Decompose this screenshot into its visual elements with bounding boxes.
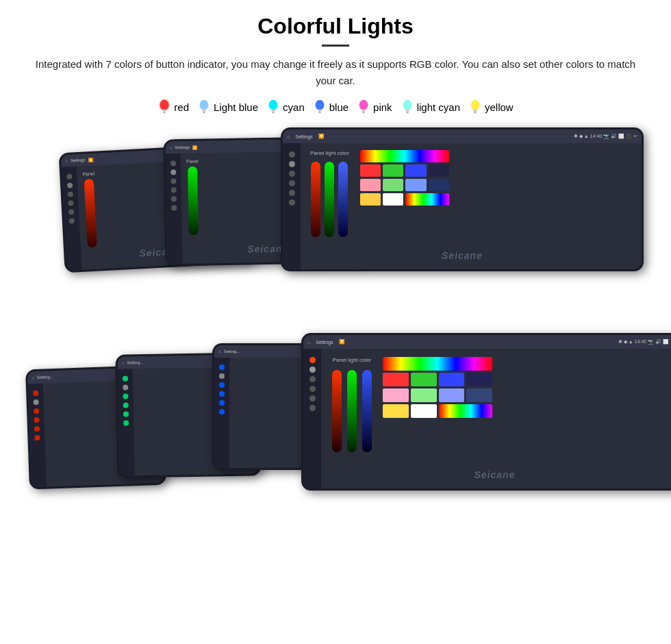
device-b4: ⌂ Settings 🔽 ✱ ◆ ▲ 14:40 📷 🔊 ⬜ ⬛ ↩: [301, 333, 671, 491]
svg-point-12: [359, 100, 368, 110]
lightcyan-bulb-icon: [401, 99, 414, 115]
cyan-bulb-icon: [266, 99, 280, 115]
yellow-bulb-icon: [468, 99, 482, 115]
svg-rect-7: [271, 110, 275, 112]
color-item-blue: blue: [313, 99, 349, 115]
svg-rect-1: [163, 110, 167, 112]
svg-rect-11: [318, 112, 321, 113]
color-label-blue: blue: [329, 101, 349, 113]
color-label-lightblue: Light blue: [214, 101, 258, 113]
color-item-lightcyan: light cyan: [401, 99, 460, 115]
top-devices-row: ⌂ Settings 🔽: [27, 127, 644, 326]
color-item-pink: pink: [357, 99, 392, 115]
svg-rect-14: [362, 112, 365, 113]
color-item-red: red: [157, 99, 189, 115]
svg-rect-8: [272, 112, 275, 113]
svg-rect-2: [163, 112, 166, 113]
svg-point-3: [200, 100, 209, 110]
title-divider: [322, 45, 349, 47]
color-label-pink: pink: [373, 101, 392, 113]
color-label-red: red: [174, 101, 189, 113]
svg-point-18: [471, 100, 480, 110]
svg-rect-4: [202, 110, 206, 112]
page-title: Colorful Lights: [27, 14, 644, 39]
bottom-devices-row: ⌂ Setting...: [27, 333, 644, 542]
pink-bulb-icon: [357, 99, 370, 115]
color-label-cyan: cyan: [283, 101, 305, 113]
color-item-yellow: yellow: [468, 99, 514, 115]
svg-rect-5: [203, 112, 205, 113]
red-bulb-icon: [157, 99, 171, 115]
blue-bulb-icon: [313, 99, 327, 115]
page-subtitle: Integrated with 7 colors of button indic…: [27, 56, 644, 89]
svg-rect-19: [473, 110, 477, 112]
watermark-b4: Seicane: [474, 469, 516, 480]
color-list: red Light blue cyan blue: [27, 99, 644, 115]
color-label-lightcyan: light cyan: [417, 101, 460, 113]
svg-rect-17: [406, 112, 409, 113]
color-item-cyan: cyan: [266, 99, 305, 115]
page-container: Colorful Lights Integrated with 7 colors…: [0, 0, 671, 556]
svg-rect-16: [405, 110, 409, 112]
color-item-lightblue: Light blue: [197, 99, 258, 115]
device-3: ⌂ Settings 🔽 ✱ ◆ ▲ 14:40 📷 🔊 ⬜ ⬛ ↩: [281, 127, 644, 271]
svg-rect-10: [318, 110, 322, 112]
svg-point-6: [269, 100, 278, 110]
svg-point-9: [315, 100, 324, 110]
svg-point-0: [160, 100, 169, 110]
watermark-3: Seicane: [442, 250, 483, 261]
svg-point-15: [403, 100, 412, 110]
svg-rect-20: [474, 112, 477, 113]
color-label-yellow: yellow: [485, 101, 514, 113]
svg-rect-13: [362, 110, 366, 112]
lightblue-bulb-icon: [197, 99, 211, 115]
